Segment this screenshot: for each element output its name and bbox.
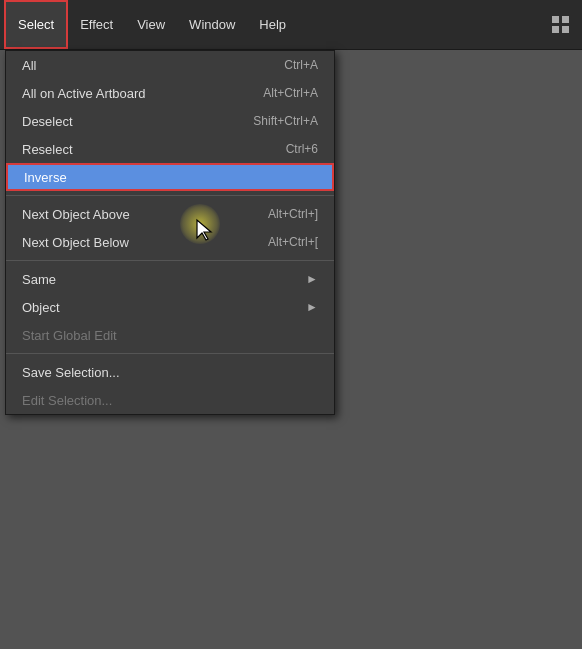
menu-effect[interactable]: Effect — [68, 0, 125, 49]
svg-rect-1 — [562, 16, 569, 23]
menu-item-reselect-label: Reselect — [22, 142, 246, 157]
menu-item-same-label: Same — [22, 272, 286, 287]
menu-view-label: View — [137, 17, 165, 32]
menu-item-next-below-shortcut: Alt+Ctrl+[ — [268, 235, 318, 249]
menu-item-next-below-label: Next Object Below — [22, 235, 228, 250]
separator-1 — [6, 195, 334, 196]
menu-item-start-global: Start Global Edit — [6, 321, 334, 349]
menu-item-inverse[interactable]: Inverse — [6, 163, 334, 191]
menu-item-edit-selection: Edit Selection... — [6, 386, 334, 414]
menu-view[interactable]: View — [125, 0, 177, 49]
menu-item-next-above-label: Next Object Above — [22, 207, 228, 222]
menu-item-all-shortcut: Ctrl+A — [284, 58, 318, 72]
menu-item-deselect[interactable]: Deselect Shift+Ctrl+A — [6, 107, 334, 135]
menu-item-reselect-shortcut: Ctrl+6 — [286, 142, 318, 156]
menu-effect-label: Effect — [80, 17, 113, 32]
menu-item-start-global-label: Start Global Edit — [22, 328, 318, 343]
select-dropdown: All Ctrl+A All on Active Artboard Alt+Ct… — [5, 50, 335, 415]
menu-help[interactable]: Help — [247, 0, 298, 49]
menu-item-all-artboard-shortcut: Alt+Ctrl+A — [263, 86, 318, 100]
menu-item-save-selection[interactable]: Save Selection... — [6, 358, 334, 386]
menu-item-next-above[interactable]: Next Object Above Alt+Ctrl+] — [6, 200, 334, 228]
menu-item-edit-selection-label: Edit Selection... — [22, 393, 318, 408]
svg-rect-3 — [562, 26, 569, 33]
menu-select[interactable]: Select — [4, 0, 68, 49]
menu-item-next-below[interactable]: Next Object Below Alt+Ctrl+[ — [6, 228, 334, 256]
menu-item-next-above-shortcut: Alt+Ctrl+] — [268, 207, 318, 221]
menu-window-label: Window — [189, 17, 235, 32]
separator-3 — [6, 353, 334, 354]
menu-window[interactable]: Window — [177, 0, 247, 49]
same-submenu-arrow: ► — [306, 272, 318, 286]
menu-help-label: Help — [259, 17, 286, 32]
menu-item-all-artboard[interactable]: All on Active Artboard Alt+Ctrl+A — [6, 79, 334, 107]
menu-item-save-selection-label: Save Selection... — [22, 365, 318, 380]
menu-item-inverse-label: Inverse — [24, 170, 316, 185]
menu-item-all-artboard-label: All on Active Artboard — [22, 86, 223, 101]
object-submenu-arrow: ► — [306, 300, 318, 314]
svg-rect-0 — [552, 16, 559, 23]
menubar-spacer — [298, 0, 544, 49]
menu-item-same[interactable]: Same ► — [6, 265, 334, 293]
svg-rect-2 — [552, 26, 559, 33]
grid-icon — [544, 0, 578, 49]
menu-item-deselect-shortcut: Shift+Ctrl+A — [253, 114, 318, 128]
separator-2 — [6, 260, 334, 261]
menu-select-label: Select — [18, 17, 54, 32]
menu-item-deselect-label: Deselect — [22, 114, 213, 129]
menu-item-reselect[interactable]: Reselect Ctrl+6 — [6, 135, 334, 163]
menubar: Select Effect View Window Help — [0, 0, 582, 50]
menu-item-object-label: Object — [22, 300, 286, 315]
menu-item-all-label: All — [22, 58, 244, 73]
menu-item-all[interactable]: All Ctrl+A — [6, 51, 334, 79]
menu-item-object[interactable]: Object ► — [6, 293, 334, 321]
